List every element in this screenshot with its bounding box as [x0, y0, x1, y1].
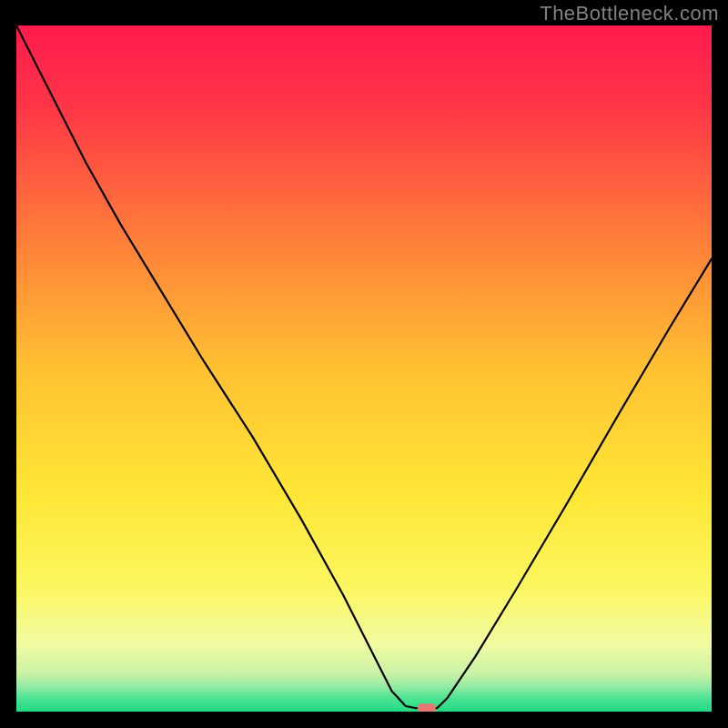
optimal-point-marker [418, 703, 436, 712]
plot-area [16, 25, 712, 712]
plot-svg [16, 25, 712, 712]
chart-frame: TheBottleneck.com [0, 0, 728, 728]
gradient-background [16, 25, 712, 712]
watermark-text: TheBottleneck.com [540, 2, 719, 25]
